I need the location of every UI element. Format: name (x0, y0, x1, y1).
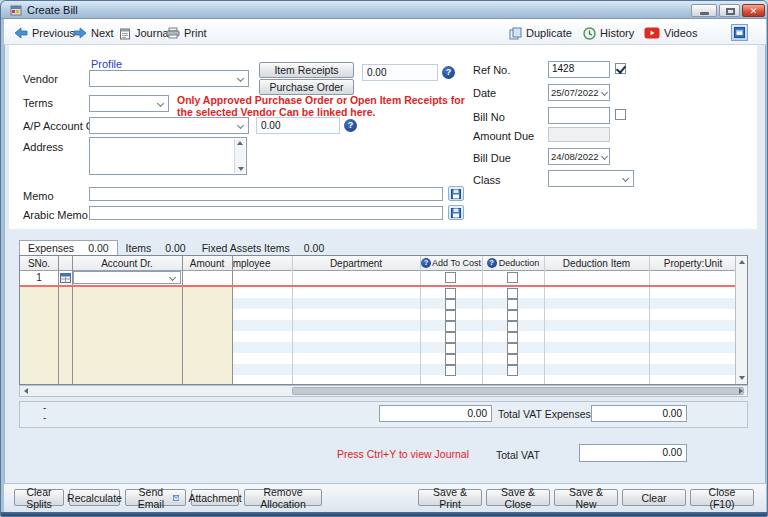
grid-yellow-area (20, 287, 232, 384)
deduction-checkbox[interactable] (507, 332, 518, 343)
purchase-order-button[interactable]: Purchase Order (259, 79, 354, 95)
col-header-amount[interactable]: Amount (182, 256, 232, 270)
col-header-employee[interactable]: Employee (232, 256, 292, 270)
add-to-cost-help-icon[interactable] (421, 258, 431, 268)
ap-help-icon[interactable] (344, 119, 357, 132)
col-header-deduction[interactable]: Deduction (482, 256, 544, 270)
deduction-checkbox[interactable] (507, 272, 518, 283)
arabic-memo-save-button[interactable] (448, 205, 464, 220)
arrow-left-icon (14, 27, 28, 39)
scroll-down-icon[interactable] (238, 167, 244, 171)
add-to-cost-checkbox[interactable] (445, 272, 456, 283)
save-and-print-button[interactable]: Save & Print (418, 489, 482, 506)
deduction-checkbox[interactable] (507, 299, 518, 310)
ref-no-input[interactable]: 1428 (548, 61, 610, 78)
memo-save-button[interactable] (448, 186, 464, 201)
add-to-cost-checkbox[interactable] (445, 343, 456, 354)
deduction-checkbox[interactable] (507, 310, 518, 321)
save-and-close-button[interactable]: Save & Close (486, 489, 550, 506)
vendor-select[interactable] (89, 70, 249, 87)
col-header-property-unit[interactable]: Property:Unit (649, 256, 737, 270)
tab-expenses[interactable]: Expenses 0.00 (19, 240, 118, 255)
window-toggle-button[interactable] (731, 24, 748, 41)
column-divider (232, 256, 233, 384)
grid-vertical-scrollbar[interactable] (735, 256, 747, 384)
previous-button[interactable]: Previous (14, 25, 75, 41)
column-divider (58, 256, 59, 384)
duplicate-button[interactable]: Duplicate (509, 25, 572, 41)
account-dr-select[interactable] (73, 271, 181, 284)
row-sno-cell[interactable]: 1 (20, 270, 58, 285)
minimize-button[interactable] (691, 4, 717, 17)
deduction-checkbox[interactable] (507, 288, 518, 299)
scroll-left-button[interactable] (20, 386, 32, 396)
col-header-add-to-cost[interactable]: Add To Cost (420, 256, 482, 270)
videos-button[interactable]: Videos (644, 25, 697, 41)
deduction-help-icon[interactable] (487, 258, 497, 268)
column-divider (482, 256, 483, 384)
memo-input[interactable] (89, 187, 443, 201)
title-bar[interactable]: Create Bill ✕ (1, 1, 768, 19)
col-header-department[interactable]: Department (292, 256, 420, 270)
terms-select[interactable] (89, 95, 169, 112)
print-button[interactable]: Print (166, 25, 207, 41)
deduction-header-label: Deduction (499, 258, 540, 268)
attachment-button[interactable]: Attachment (191, 489, 239, 506)
scroll-right-icon (739, 388, 743, 394)
clear-splits-button[interactable]: Clear Splits (14, 489, 64, 506)
add-to-cost-checkbox[interactable] (445, 288, 456, 299)
col-header-sno[interactable]: SNo. (20, 256, 58, 270)
tab-fixed-assets-items[interactable]: Fixed Assets Items 0.00 (194, 240, 333, 255)
previous-label: Previous (32, 27, 75, 39)
print-label: Print (184, 27, 207, 39)
save-and-new-button[interactable]: Save & New (554, 489, 618, 506)
close-button[interactable]: ✕ (742, 4, 765, 17)
journal-button[interactable]: Journal (119, 25, 171, 41)
vendor-help-icon[interactable] (442, 66, 455, 79)
col-header-account-dr[interactable]: Account Dr. (72, 256, 182, 270)
grid-horizontal-scrollbar[interactable] (19, 385, 748, 397)
remove-allocation-button[interactable]: Remove Allocation (244, 489, 322, 506)
maximize-button[interactable] (719, 4, 740, 17)
add-to-cost-checkbox[interactable] (445, 332, 456, 343)
scroll-down-icon[interactable] (739, 376, 745, 380)
history-button[interactable]: History (583, 25, 634, 41)
app-icon (10, 4, 22, 16)
col-header-deduction-item[interactable]: Deduction Item (544, 256, 649, 270)
window-title: Create Bill (27, 4, 78, 16)
bill-no-checkbox[interactable] (615, 109, 626, 120)
profile-link[interactable]: Profile (91, 58, 122, 70)
split-icon[interactable] (60, 272, 71, 283)
chevron-down-icon (169, 274, 176, 281)
clear-button[interactable]: Clear (622, 489, 686, 506)
add-to-cost-checkbox[interactable] (445, 299, 456, 310)
arabic-memo-input[interactable] (89, 206, 443, 220)
address-scrollbar[interactable] (234, 139, 245, 173)
add-to-cost-checkbox[interactable] (445, 321, 456, 332)
scroll-up-icon[interactable] (237, 141, 243, 145)
close-f10-button[interactable]: Close (F10) (690, 489, 754, 506)
ref-no-checkbox[interactable] (615, 63, 626, 74)
deduction-checkbox[interactable] (507, 343, 518, 354)
deduction-checkbox[interactable] (507, 321, 518, 332)
add-to-cost-checkbox[interactable] (445, 310, 456, 321)
deduction-checkbox[interactable] (507, 365, 518, 376)
videos-icon (644, 27, 660, 39)
scroll-up-icon[interactable] (739, 260, 745, 264)
scrollbar-thumb[interactable] (292, 387, 744, 395)
class-select[interactable] (548, 170, 634, 187)
bill-no-input[interactable] (548, 107, 610, 124)
send-email-button[interactable]: Send Email (125, 489, 186, 506)
deduction-checkbox[interactable] (507, 354, 518, 365)
tab-items[interactable]: Items 0.00 (118, 240, 194, 255)
footer-right-buttons: Save & Print Save & Close Save & New Cle… (418, 489, 754, 506)
address-textarea[interactable] (89, 137, 247, 175)
scroll-right-button[interactable] (735, 386, 747, 396)
add-to-cost-checkbox[interactable] (445, 365, 456, 376)
add-to-cost-checkbox[interactable] (445, 354, 456, 365)
item-receipts-button[interactable]: Item Receipts (259, 62, 354, 78)
next-button[interactable]: Next (73, 25, 114, 41)
recalculate-button[interactable]: Recalculate (69, 489, 120, 506)
ap-account-select[interactable] (89, 117, 249, 134)
col-header-split[interactable] (58, 256, 72, 270)
